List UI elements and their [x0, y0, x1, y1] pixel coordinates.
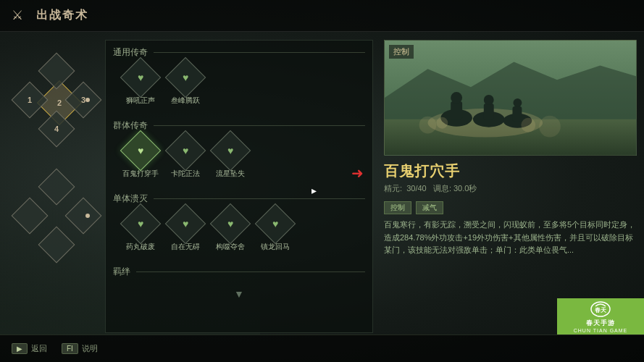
skill-label-general-1: 叁峰腾跃 — [171, 96, 200, 105]
help-button[interactable]: FI 说明 — [62, 343, 98, 354]
skill-diamond-group-2[interactable]: ♥ — [210, 130, 251, 172]
nav-right2-btn[interactable] — [65, 198, 102, 235]
watermark-text: 春天手游 — [586, 319, 615, 328]
skill-item-single-1[interactable]: ♥ 自在无碍 — [165, 209, 206, 251]
help-label: 说明 — [82, 343, 98, 354]
nav-dot-2 — [85, 214, 90, 218]
skill-label-group-1: 卡陀正法 — [171, 169, 200, 178]
section-single-header: 单体溃灭 — [113, 193, 365, 205]
skill-meta: 精元: 30/40 调息: 30.0秒 — [384, 183, 637, 194]
skill-label-single-2: 构噬夺舍 — [216, 243, 245, 251]
skill-label-group-0: 百鬼打穿手 — [122, 169, 159, 178]
skill-icon-group-2: ♥ — [227, 145, 233, 156]
skill-diamond-general-1[interactable]: ♥ — [165, 57, 206, 98]
nav-pad: 2 1 3 4 — [13, 58, 100, 290]
back-label: 返回 — [31, 343, 47, 354]
section-group-header: 群体传奇 — [113, 119, 365, 132]
section-line-2 — [154, 125, 365, 126]
nav-top-btn[interactable] — [38, 53, 75, 90]
skill-tags: 控制 减气 — [384, 201, 637, 214]
watermark-logo: 春天 — [590, 300, 611, 319]
skill-label-single-1: 自在无碍 — [171, 243, 200, 251]
svg-point-11 — [513, 98, 522, 107]
skill-diamond-single-1[interactable]: ♥ — [165, 203, 206, 245]
arrow-indicator: ➜ — [351, 164, 364, 182]
watermark: 春天 春天手游 CHUN TIAN GAME — [557, 298, 644, 334]
section-line — [154, 52, 365, 53]
thumb-label: 控制 — [389, 45, 414, 59]
svg-rect-4 — [451, 101, 462, 119]
skill-resource-label: 精元 — [384, 184, 400, 193]
thumb-svg — [385, 41, 636, 155]
section-general-header: 通用传奇 — [113, 46, 365, 59]
skill-item-group-0[interactable]: ♥ 百鬼打穿手 — [120, 136, 161, 178]
skill-item-single-2[interactable]: ♥ 构噬夺舍 — [210, 209, 251, 251]
section-single: 单体溃灭 ♥ 药丸破废 ♥ 自在无碍 ♥ 构噬夺舍 — [106, 187, 372, 260]
skill-description: 百鬼寒行，有影无踪，溯受之间，闪现蚁前，至多将5个目标同时定身，造成284.78… — [384, 219, 637, 257]
skill-icon-group-1: ♥ — [183, 145, 188, 156]
svg-text:春天: 春天 — [595, 307, 607, 313]
skill-label-general-0: 狮吼正声 — [126, 96, 155, 105]
bottom-bar: ▶ 返回 FI 说明 — [0, 334, 644, 362]
page-title: 出战奇术 — [36, 8, 88, 23]
skill-diamond-group-1[interactable]: ♥ — [165, 130, 206, 172]
svg-point-13 — [419, 117, 437, 134]
section-line-3 — [154, 198, 365, 199]
title-icon: ⚔ — [12, 7, 29, 25]
skill-icon-general-1: ♥ — [183, 72, 188, 83]
nav-dot-1 — [85, 98, 90, 102]
skill-name: 百鬼打穴手 — [384, 161, 637, 181]
skill-diamond-group-0[interactable]: ♥ — [120, 130, 162, 172]
skill-icon-single-0: ♥ — [138, 218, 143, 230]
game-thumbnail: 控制 — [384, 40, 637, 156]
top-bar: ⚔ 出战奇术 — [0, 0, 644, 32]
skill-label-group-2: 流星坠失 — [216, 169, 245, 178]
back-key: ▶ — [12, 343, 28, 354]
section-extra: 羁绊 — [106, 260, 372, 285]
nav-bottom-btn[interactable]: 4 — [38, 111, 75, 148]
svg-rect-7 — [484, 104, 494, 120]
skill-item-group-1[interactable]: ♥ 卡陀正法 — [165, 136, 206, 178]
skill-cooldown: 调息: 30.0秒 — [433, 184, 477, 193]
skill-diamond-single-3[interactable]: ♥ — [255, 203, 296, 245]
skill-icon-single-1: ♥ — [183, 218, 188, 230]
skill-item-single-0[interactable]: ♥ 药丸破废 — [120, 209, 161, 251]
skill-title-area: ➜ 百鬼打穴手 精元: 30/40 调息: 30.0秒 — [384, 156, 637, 197]
nav-center2-btn[interactable] — [38, 169, 75, 206]
skill-item-single-3[interactable]: ♥ 镇龙回马 — [255, 209, 296, 251]
info-panel: 控制 — [384, 40, 637, 333]
skill-item-group-2[interactable]: ♥ 流星坠失 — [210, 136, 251, 178]
nav-bottom2-btn[interactable] — [38, 227, 75, 264]
skill-icon-general-0: ♥ — [138, 72, 143, 83]
general-skills-grid: ♥ 狮吼正声 ♥ 叁峰腾跃 — [113, 63, 365, 111]
nav-left-btn[interactable]: 1 — [12, 82, 49, 119]
skill-diamond-general-0[interactable]: ♥ — [120, 57, 162, 98]
help-key: FI — [62, 343, 78, 354]
section-group: 群体传奇 ♥ 百鬼打穿手 ♥ 卡陀正法 ♥ 流星坠失 — [106, 114, 372, 187]
svg-point-8 — [484, 95, 494, 105]
skill-label-single-3: 镇龙回马 — [261, 243, 290, 251]
svg-point-14 — [521, 118, 535, 132]
tag-reduce: 减气 — [416, 201, 443, 214]
back-button[interactable]: ▶ 返回 — [12, 343, 47, 354]
section-general: 通用传奇 ♥ 狮吼正声 ♥ 叁峰腾跃 — [106, 41, 372, 114]
svg-rect-10 — [512, 106, 522, 122]
section-extra-header: 羁绊 — [113, 266, 365, 278]
skill-icon-single-2: ♥ — [227, 218, 233, 230]
skill-cost: 30/40 — [406, 184, 427, 193]
skill-label-single-0: 药丸破废 — [126, 243, 155, 251]
svg-point-5 — [451, 92, 462, 104]
skill-diamond-single-0[interactable]: ♥ — [120, 203, 162, 245]
section-line-4 — [136, 272, 365, 272]
tag-control: 控制 — [384, 201, 411, 214]
scroll-down-indicator[interactable]: ▼ — [106, 285, 372, 303]
skill-diamond-single-2[interactable]: ♥ — [210, 203, 251, 245]
skill-item-general-1[interactable]: ♥ 叁峰腾跃 — [165, 63, 206, 105]
svg-point-15 — [539, 116, 561, 138]
svg-point-12 — [436, 117, 448, 129]
nav-left2-btn[interactable] — [12, 198, 49, 235]
skill-panel: 通用传奇 ♥ 狮吼正声 ♥ 叁峰腾跃 群体传奇 — [105, 40, 373, 333]
skill-icon-single-3: ♥ — [272, 218, 278, 230]
group-skills-grid: ♥ 百鬼打穿手 ♥ 卡陀正法 ♥ 流星坠失 — [113, 136, 365, 184]
skill-item-general-0[interactable]: ♥ 狮吼正声 — [120, 63, 161, 105]
